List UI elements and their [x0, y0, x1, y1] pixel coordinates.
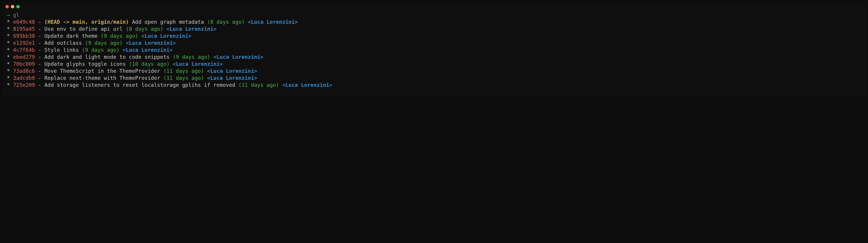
commit-time: (9 days ago) — [101, 33, 138, 39]
separator-dash: - — [38, 75, 41, 81]
commit-author: <Luca Lorenzini> — [173, 61, 223, 67]
commit-time: (9 days ago) — [82, 47, 119, 53]
commit-hash: 73ad8c6 — [13, 68, 35, 74]
commit-line: * 3adcdb0 - Replace next-theme with Them… — [7, 74, 861, 82]
commit-author: <Luca Lorenzini> — [123, 47, 173, 53]
commit-author: <Luca Lorenzini> — [142, 33, 192, 39]
titlebar — [2, 2, 866, 11]
separator-dash: - — [38, 54, 41, 60]
minimize-icon[interactable] — [11, 5, 14, 8]
commit-hash: ebed279 — [13, 54, 35, 60]
commit-hash: e1292e1 — [13, 40, 35, 46]
commit-time: (11 days ago) — [239, 82, 279, 88]
commit-message: Style links — [44, 47, 79, 53]
commit-time: (8 days ago) — [126, 26, 163, 32]
commit-line: * 695bb38 - Update dark theme (9 days ag… — [7, 33, 861, 39]
separator-dash: - — [38, 40, 41, 46]
commit-time: (11 days ago) — [163, 75, 204, 81]
commit-line: * 70bc009 - Update glyphs toggle icons (… — [7, 61, 861, 68]
commit-line: * ebed279 - Add dark and light mode to c… — [7, 54, 861, 61]
maximize-icon[interactable] — [16, 5, 20, 8]
commit-author: <Luca Lorenzini> — [248, 19, 298, 25]
graph-star: * — [7, 47, 10, 53]
separator-dash: - — [38, 68, 41, 74]
commit-hash: 695bb38 — [13, 33, 35, 39]
commit-author: <Luca Lorenzini> — [207, 75, 257, 81]
commit-message: Move ThemeScript in the ThemeProvider — [44, 68, 160, 74]
git-log-output: * e049c48 - (HEAD -> main, origin/main) … — [7, 19, 861, 89]
commit-message: Add open graph metadata — [132, 19, 204, 25]
graph-star: * — [7, 19, 10, 25]
terminal-window: → gl* e049c48 - (HEAD -> main, origin/ma… — [2, 2, 866, 97]
commit-message: Add storage listeners to reset localstor… — [44, 82, 235, 88]
commit-time: (9 days ago) — [85, 40, 123, 46]
commit-message: Replace next-theme with ThemeProvider — [44, 75, 160, 81]
commit-time: (8 days ago) — [207, 19, 245, 25]
close-icon[interactable] — [5, 5, 9, 8]
commit-time: (9 days ago) — [173, 54, 210, 60]
commit-hash: 725e209 — [13, 82, 35, 88]
commit-message: Update glyphs toggle icons — [44, 61, 126, 67]
commit-line: * 73ad8c6 - Move ThemeScript in the Them… — [7, 68, 861, 74]
commit-refs: (HEAD -> main, origin/main) — [44, 19, 129, 25]
separator-dash: - — [38, 19, 41, 25]
commit-author: <Luca Lorenzini> — [213, 54, 264, 60]
commit-message: Update dark theme — [44, 33, 97, 39]
graph-star: * — [7, 61, 10, 67]
commit-time: (10 days ago) — [129, 61, 169, 67]
commit-hash: 70bc009 — [13, 61, 35, 67]
commit-line: * 725e209 - Add storage listeners to res… — [7, 82, 861, 89]
prompt-arrow-icon: → — [7, 12, 10, 18]
commit-time: (11 days ago) — [163, 68, 204, 74]
commit-line: * e049c48 - (HEAD -> main, origin/main) … — [7, 19, 861, 26]
separator-dash: - — [38, 61, 41, 67]
separator-dash: - — [38, 47, 41, 53]
commit-line: * 4c7f64b - Style links (9 days ago) <Lu… — [7, 47, 861, 54]
graph-star: * — [7, 54, 10, 60]
commit-line: * e1292e1 - Add outclass (9 days ago) <L… — [7, 39, 861, 47]
commit-author: <Luca Lorenzini> — [126, 40, 176, 46]
commit-message: Add dark and light mode to code snippets — [44, 54, 169, 60]
commit-hash: 3adcdb0 — [13, 75, 35, 81]
separator-dash: - — [38, 33, 41, 39]
commit-hash: 8195a45 — [13, 26, 35, 32]
separator-dash: - — [38, 26, 41, 32]
graph-star: * — [7, 33, 10, 39]
graph-star: * — [7, 26, 10, 32]
graph-star: * — [7, 68, 10, 74]
command-text: gl — [13, 12, 20, 18]
commit-hash: e049c48 — [13, 19, 35, 25]
commit-hash: 4c7f64b — [13, 47, 35, 53]
graph-star: * — [7, 82, 10, 88]
separator-dash: - — [38, 82, 41, 88]
commit-author: <Luca Lorenzini> — [282, 82, 333, 88]
graph-star: * — [7, 40, 10, 46]
commit-author: <Luca Lorenzini> — [166, 26, 217, 32]
commit-author: <Luca Lorenzini> — [207, 68, 257, 74]
prompt-line: → gl — [7, 11, 861, 19]
commit-message: Use env to define api url — [44, 26, 123, 32]
terminal-body[interactable]: → gl* e049c48 - (HEAD -> main, origin/ma… — [2, 11, 866, 94]
commit-line: * 8195a45 - Use env to define api url (8… — [7, 26, 861, 33]
commit-message: Add outclass — [44, 40, 82, 46]
graph-star: * — [7, 75, 10, 81]
